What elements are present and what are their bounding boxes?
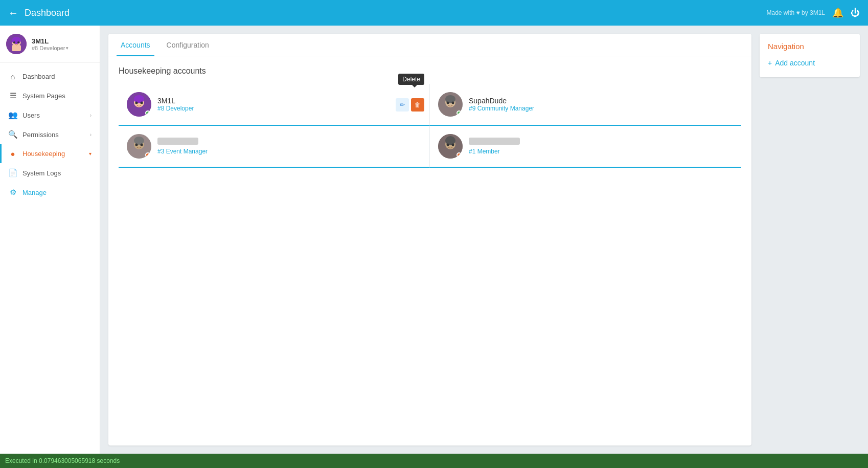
sidebar-nav: ⌂ Dashboard ☰ System Pages 👥 Users › 🔍 P…: [0, 63, 100, 454]
main-panel: Accounts Configuration Housekeeping acco…: [108, 34, 751, 445]
svg-point-18: [134, 137, 144, 145]
page-title: Dashboard: [25, 8, 70, 18]
sidebar-item-label: System Pages: [22, 92, 92, 100]
sidebar-item-housekeeping[interactable]: ● Housekeeping ▾: [0, 144, 100, 163]
account-card[interactable]: #1 Member: [430, 126, 741, 168]
made-with-text: Made with ♥ by 3M1L: [766, 9, 825, 16]
account-info: #3 Event Manager: [157, 138, 421, 155]
status-indicator: [456, 110, 462, 116]
account-role: #3 Event Manager: [157, 148, 421, 155]
account-info: #1 Member: [469, 138, 733, 155]
svg-point-10: [141, 102, 143, 104]
account-name: 3M1L: [157, 97, 421, 105]
account-info: 3M1L #8 Developer: [157, 97, 421, 112]
role-chevron: ▾: [66, 46, 68, 51]
list-icon: ☰: [8, 91, 17, 100]
tab-accounts[interactable]: Accounts: [117, 34, 154, 56]
svg-point-24: [447, 144, 449, 146]
svg-point-9: [135, 102, 138, 104]
plus-icon: +: [768, 59, 772, 67]
sidebar: 3M1L #8 Developer ▾ ⌂ Dashboard ☰ System…: [0, 26, 100, 454]
power-button[interactable]: ⏻: [851, 8, 860, 18]
footer-text: Executed in 0.079463005065918 seconds: [5, 457, 120, 464]
delete-tooltip: Delete: [398, 74, 424, 85]
account-actions-container: Delete ✏ 🗑: [396, 89, 424, 112]
housekeeping-icon: ●: [8, 149, 17, 158]
svg-point-23: [445, 136, 455, 145]
delete-button[interactable]: 🗑: [411, 98, 424, 112]
account-name-blurred: [469, 138, 520, 145]
profile-info: 3M1L #8 Developer ▾: [32, 37, 68, 51]
sidebar-item-label: System Logs: [22, 169, 92, 177]
account-name-blurred: [157, 138, 198, 145]
profile-username: 3M1L: [32, 37, 68, 45]
users-icon: 👥: [8, 110, 17, 120]
account-actions: ✏ 🗑: [396, 98, 424, 112]
account-grid: 3M1L #8 Developer Delete ✏ 🗑: [119, 84, 741, 168]
sidebar-item-users[interactable]: 👥 Users ›: [0, 105, 100, 125]
add-account-label: Add account: [775, 59, 815, 67]
account-name: SupahDude: [469, 97, 733, 105]
navigation-panel: Navigation + Add account: [760, 34, 860, 77]
sidebar-item-system-logs[interactable]: 📄 System Logs: [0, 163, 100, 183]
account-info: SupahDude #9 Community Manager: [469, 97, 733, 112]
sidebar-item-label: Permissions: [22, 131, 85, 139]
edit-button[interactable]: ✏: [396, 98, 409, 112]
panel-content: Housekeeping accounts: [108, 56, 751, 178]
chevron-right-icon: ›: [90, 132, 92, 138]
sidebar-item-dashboard[interactable]: ⌂ Dashboard: [0, 67, 100, 86]
svg-point-14: [447, 102, 449, 104]
main-layout: 3M1L #8 Developer ▾ ⌂ Dashboard ☰ System…: [0, 26, 868, 454]
svg-point-19: [135, 144, 138, 146]
account-avatar: [127, 134, 151, 159]
account-card[interactable]: 3M1L #8 Developer Delete ✏ 🗑: [119, 84, 430, 126]
svg-point-3: [12, 37, 21, 44]
account-card[interactable]: #3 Event Manager: [119, 126, 430, 168]
account-role: #8 Developer: [157, 105, 421, 112]
tab-configuration[interactable]: Configuration: [163, 34, 213, 56]
svg-point-5: [17, 41, 19, 43]
document-icon: 📄: [8, 168, 17, 177]
topbar-right: Made with ♥ by 3M1L 🔔 ⏻: [766, 0, 860, 26]
account-role: #1 Member: [469, 148, 733, 155]
svg-point-20: [141, 144, 143, 146]
profile-role: #8 Developer ▾: [32, 45, 68, 51]
account-avatar: [127, 92, 151, 117]
sidebar-item-label: Manage: [22, 189, 92, 196]
topbar: ← Dashboard Made with ♥ by 3M1L 🔔 ⏻: [0, 0, 868, 26]
avatar: [6, 34, 27, 54]
sidebar-item-permissions[interactable]: 🔍 Permissions ›: [0, 125, 100, 144]
footer-bar: Executed in 0.079463005065918 seconds: [0, 454, 868, 468]
back-button[interactable]: ←: [8, 7, 18, 19]
status-indicator: [145, 152, 150, 158]
account-avatar: [438, 92, 463, 117]
status-indicator: [145, 110, 150, 116]
account-role: #9 Community Manager: [469, 105, 733, 112]
sidebar-item-label: Dashboard: [22, 73, 92, 80]
sidebar-item-manage[interactable]: ⚙ Manage: [0, 183, 100, 202]
section-title: Housekeeping accounts: [119, 66, 741, 76]
sidebar-item-system-pages[interactable]: ☰ System Pages: [0, 86, 100, 105]
search-icon: 🔍: [8, 130, 17, 139]
content-area: Accounts Configuration Housekeeping acco…: [100, 26, 868, 454]
gear-icon: ⚙: [8, 188, 17, 197]
svg-point-4: [13, 41, 15, 43]
svg-point-15: [452, 102, 454, 104]
nav-panel-title: Navigation: [768, 42, 852, 51]
tabs: Accounts Configuration: [108, 34, 751, 56]
account-avatar: [438, 134, 463, 159]
svg-point-25: [452, 144, 454, 146]
chevron-down-icon: ▾: [89, 151, 92, 157]
add-account-item[interactable]: + Add account: [768, 57, 852, 69]
home-icon: ⌂: [8, 72, 17, 81]
sidebar-item-label: Users: [22, 112, 85, 119]
back-icon: ←: [8, 7, 18, 19]
svg-rect-2: [12, 45, 21, 51]
chevron-right-icon: ›: [90, 113, 92, 118]
sidebar-item-label: Housekeeping: [22, 150, 84, 158]
active-indicator: [0, 144, 2, 163]
sidebar-profile[interactable]: 3M1L #8 Developer ▾: [0, 26, 100, 63]
notification-button[interactable]: 🔔: [832, 7, 843, 18]
status-indicator: [456, 152, 462, 158]
account-card[interactable]: SupahDude #9 Community Manager: [430, 84, 741, 126]
